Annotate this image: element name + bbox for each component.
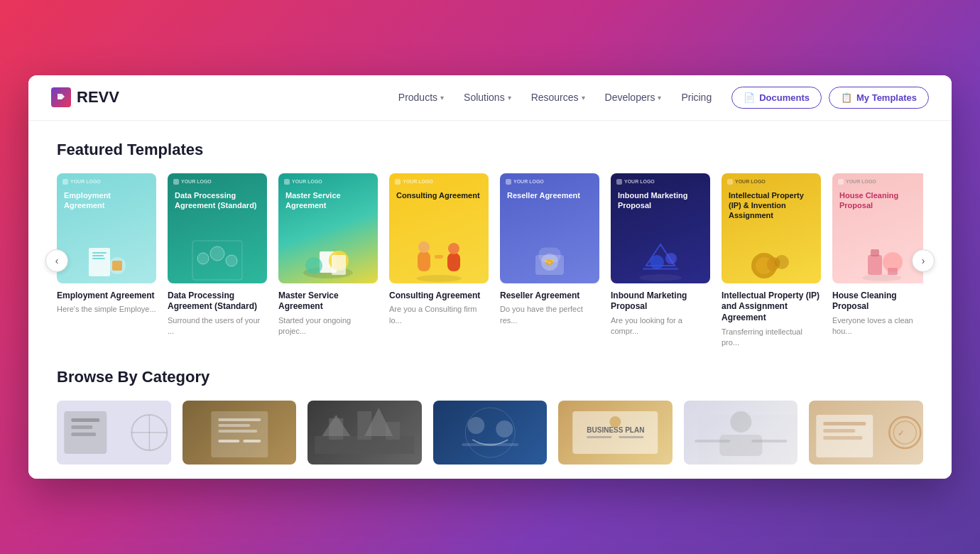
card-desc-house: Everyone loves a clean hou... bbox=[832, 315, 923, 337]
svg-rect-35 bbox=[871, 249, 879, 256]
template-thumb-ip: YOUR LOGO Intellectual Property (IP) & I… bbox=[722, 173, 821, 283]
documents-button[interactable]: 📄 Documents bbox=[731, 87, 822, 109]
svg-rect-3 bbox=[92, 258, 105, 259]
chevron-right-icon: › bbox=[922, 255, 925, 266]
svg-point-62 bbox=[496, 420, 513, 438]
nav-resources[interactable]: Resources ▾ bbox=[523, 87, 594, 107]
carousel-wrapper: ‹ YOUR LOGO Employment Agreement bbox=[57, 173, 923, 349]
svg-rect-63 bbox=[462, 443, 518, 446]
template-thumb-consulting: YOUR LOGO Consulting Agreement bbox=[389, 173, 489, 283]
svg-rect-2 bbox=[92, 255, 104, 256]
svg-rect-13 bbox=[332, 255, 346, 275]
svg-point-61 bbox=[467, 417, 484, 434]
svg-rect-37 bbox=[888, 268, 898, 275]
nav-products[interactable]: Products ▾ bbox=[390, 87, 452, 107]
chevron-left-icon: ‹ bbox=[55, 255, 59, 266]
main-content: Featured Templates ‹ YOUR LOGO Employmen… bbox=[28, 121, 952, 479]
svg-rect-41 bbox=[71, 425, 92, 429]
nav-solutions[interactable]: Solutions ▾ bbox=[455, 87, 520, 107]
svg-rect-47 bbox=[211, 411, 268, 457]
template-card-reseller[interactable]: YOUR LOGO Reseller Agreement 🤝 Reseller … bbox=[500, 173, 599, 349]
svg-rect-18 bbox=[447, 253, 460, 271]
template-card-ip[interactable]: YOUR LOGO Intellectual Property (IP) & I… bbox=[722, 173, 821, 349]
category-card-business[interactable]: BUSINESS PLAN bbox=[558, 401, 673, 465]
svg-rect-29 bbox=[643, 268, 678, 270]
document-icon: 📄 bbox=[744, 92, 755, 103]
svg-rect-48 bbox=[218, 418, 261, 421]
svg-rect-40 bbox=[71, 418, 99, 422]
carousel-next-button[interactable]: › bbox=[912, 249, 935, 272]
logo-icon bbox=[51, 87, 71, 107]
card-desc-consulting: Are you a Consulting firm lo... bbox=[389, 304, 489, 326]
browse-section: Browse By Category bbox=[57, 368, 923, 465]
logo[interactable]: REVV bbox=[51, 87, 119, 107]
card-desc-master: Started your ongoing projec... bbox=[278, 315, 378, 337]
card-desc-inbound: Are you looking for a compr... bbox=[611, 315, 710, 337]
card-desc-data: Surround the users of your ... bbox=[168, 315, 267, 337]
template-card-employment[interactable]: YOUR LOGO Employment Agreement bbox=[57, 173, 156, 349]
svg-point-33 bbox=[862, 274, 902, 281]
category-grid: BUSINESS PLAN bbox=[57, 401, 923, 465]
svg-rect-1 bbox=[92, 252, 107, 254]
card-desc-reseller: Do you have the perfect res... bbox=[500, 304, 599, 326]
category-card-hr[interactable] bbox=[684, 401, 798, 465]
svg-rect-5 bbox=[112, 261, 122, 271]
svg-point-79 bbox=[894, 421, 917, 444]
carousel-prev-button[interactable]: ‹ bbox=[45, 249, 68, 272]
svg-text:✓: ✓ bbox=[898, 429, 905, 438]
svg-rect-66 bbox=[587, 436, 612, 438]
card-title-inbound: Inbound Marketing Proposal bbox=[611, 290, 710, 313]
svg-text:🤝: 🤝 bbox=[544, 256, 555, 267]
svg-rect-42 bbox=[71, 433, 96, 436]
products-chevron-icon: ▾ bbox=[440, 94, 444, 102]
svg-rect-16 bbox=[418, 251, 430, 271]
svg-rect-72 bbox=[695, 440, 730, 442]
template-thumb-inbound: YOUR LOGO Inbound Marketing Proposal bbox=[611, 173, 710, 283]
category-card-sales[interactable] bbox=[433, 401, 548, 465]
template-thumb-employment: YOUR LOGO Employment Agreement bbox=[57, 173, 156, 283]
nav-cta: 📄 Documents 📋 My Templates bbox=[731, 87, 929, 109]
svg-rect-77 bbox=[824, 436, 863, 440]
nav-developers[interactable]: Developers ▾ bbox=[597, 87, 670, 107]
svg-rect-20 bbox=[435, 255, 443, 259]
navbar: REVV Products ▾ Solutions ▾ Resources ▾ … bbox=[28, 75, 952, 121]
category-card-legal[interactable] bbox=[183, 401, 297, 465]
logo-text: REVV bbox=[77, 88, 119, 107]
template-card-master[interactable]: YOUR LOGO Master Service Agreement bbox=[278, 173, 378, 349]
svg-rect-34 bbox=[868, 255, 882, 275]
svg-point-15 bbox=[416, 275, 462, 282]
svg-point-8 bbox=[210, 246, 224, 261]
svg-rect-52 bbox=[243, 440, 261, 442]
solutions-chevron-icon: ▾ bbox=[508, 94, 511, 102]
svg-point-7 bbox=[197, 253, 209, 264]
svg-point-17 bbox=[418, 241, 430, 253]
templates-grid: YOUR LOGO Employment Agreement bbox=[57, 173, 923, 349]
card-title-data: Data Processing Agreement (Standard) bbox=[168, 290, 267, 313]
svg-point-27 bbox=[650, 255, 664, 269]
template-card-consulting[interactable]: YOUR LOGO Consulting Agreement bbox=[389, 173, 489, 349]
svg-point-19 bbox=[448, 243, 459, 254]
template-thumb-data: YOUR LOGO Data Processing Agreement (Sta… bbox=[168, 173, 267, 283]
resources-chevron-icon: ▾ bbox=[582, 94, 585, 102]
category-card-stamp[interactable]: ✓ bbox=[809, 401, 923, 465]
svg-rect-75 bbox=[824, 422, 866, 425]
svg-point-25 bbox=[639, 274, 682, 281]
svg-rect-50 bbox=[218, 430, 257, 433]
template-card-data[interactable]: YOUR LOGO Data Processing Agreement (Sta… bbox=[168, 173, 267, 349]
card-title-employment: Employment Agreement bbox=[57, 290, 156, 302]
nav-pricing[interactable]: Pricing bbox=[673, 87, 720, 107]
category-card-construction[interactable] bbox=[307, 401, 422, 465]
developers-chevron-icon: ▾ bbox=[658, 94, 661, 102]
template-card-inbound[interactable]: YOUR LOGO Inbound Marketing Proposal bbox=[611, 173, 710, 349]
card-title-consulting: Consulting Agreement bbox=[389, 290, 489, 302]
template-thumb-master: YOUR LOGO Master Service Agreement bbox=[278, 173, 378, 283]
svg-point-14 bbox=[305, 257, 322, 274]
svg-point-68 bbox=[610, 416, 621, 428]
template-card-house[interactable]: YOUR LOGO House Cleaning Proposal bbox=[832, 173, 923, 349]
template-icon: 📋 bbox=[841, 92, 852, 103]
category-card-tech[interactable] bbox=[57, 401, 171, 465]
my-templates-button[interactable]: 📋 My Templates bbox=[829, 87, 929, 109]
svg-rect-73 bbox=[751, 440, 787, 442]
svg-point-28 bbox=[665, 253, 677, 264]
svg-rect-76 bbox=[824, 429, 856, 433]
